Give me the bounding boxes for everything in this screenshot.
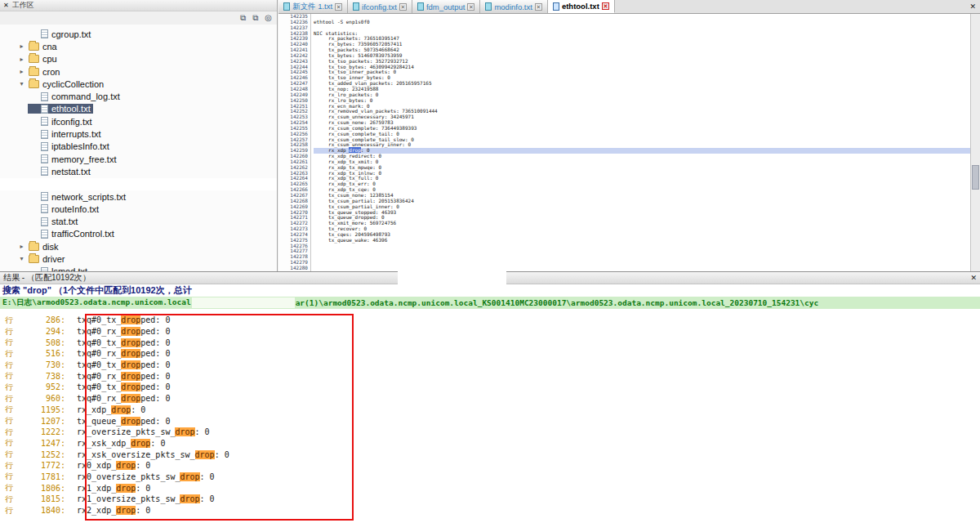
match-highlight: drop xyxy=(121,417,140,426)
search-result-row[interactable]: 行1781:rx0_oversize_pkts_sw_drop: 0 xyxy=(0,472,980,483)
tree-file-item[interactable]: iptablesInfo.txt xyxy=(0,141,277,153)
search-result-row[interactable]: 行516:txq#0_rx_dropped: 0 xyxy=(0,348,980,360)
search-result-row[interactable]: 行952:txq#0_tx_dropped: 0 xyxy=(0,382,980,393)
notepad-window: ✕ 工作区 ⧉⧉◎ cgroup.txt▸cna▸cpu▸cron▾cyclic… xyxy=(0,0,980,523)
search-result-row[interactable]: 行1815:rx1_oversize_pkts_sw_drop: 0 xyxy=(0,494,980,505)
tree-item-label: ifconfig.txt xyxy=(51,117,92,127)
result-match-text: txq#0_tx_dropped: 0 xyxy=(65,315,170,324)
match-highlight: drop xyxy=(180,494,199,503)
tree-folder-item[interactable]: ▸cna xyxy=(0,40,277,52)
results-close-icon[interactable]: ✕ xyxy=(970,274,977,282)
tree-folder-item[interactable]: ▸disk xyxy=(0,240,277,253)
editor-line xyxy=(314,254,970,260)
tree-folder-item[interactable]: ▸cpu xyxy=(0,53,277,65)
result-line-label: 行 xyxy=(0,505,13,516)
search-result-row[interactable]: 行1840:rx2_xdp_drop: 0 xyxy=(0,505,980,516)
search-result-row[interactable]: 行960:txq#0_rx_dropped: 0 xyxy=(0,393,980,405)
search-result-row[interactable]: 行1222:rx_oversize_pkts_sw_drop: 0 xyxy=(0,427,980,438)
result-match-text: rx0_oversize_pkts_sw_drop: 0 xyxy=(65,472,215,481)
tab-modinfo-txt[interactable]: modinfo.txt✕ xyxy=(480,0,547,13)
match-highlight: drop xyxy=(121,372,140,381)
result-match-text: txq#0_rx_dropped: 0 xyxy=(65,372,170,381)
search-result-row[interactable]: 行294:txq#0_rx_dropped: 0 xyxy=(0,326,980,337)
tree-folder-item[interactable]: ▾cyclicCollection xyxy=(0,78,277,90)
tree-file-item[interactable]: routeInfo.txt xyxy=(0,203,277,215)
locate-file-icon[interactable]: ◎ xyxy=(265,14,272,22)
chevron-right-icon[interactable]: ▸ xyxy=(18,56,25,63)
match-highlight: drop xyxy=(121,315,140,324)
tree-file-item[interactable]: interrupts.txt xyxy=(0,127,277,140)
tabbar-close-icon[interactable]: ✕ xyxy=(965,2,980,11)
tab-ethtool-txt[interactable]: ethtool.txt✕ xyxy=(548,0,615,13)
folder-icon xyxy=(29,255,39,263)
tree-folder-item[interactable]: ▾driver xyxy=(0,253,277,265)
result-match-text: rx_xdp_drop: 0 xyxy=(65,405,145,414)
editor-line: tx_xmit_more: 569724756 xyxy=(314,221,970,226)
redaction-box xyxy=(398,270,506,287)
tree-file-item[interactable]: lsmod.txt xyxy=(0,266,277,271)
tab-close-icon[interactable]: ✕ xyxy=(602,2,609,10)
expand-all-icon[interactable]: ⧉ xyxy=(252,14,258,22)
tab-close-icon[interactable]: ✕ xyxy=(467,3,474,11)
match-highlight: drop xyxy=(116,506,136,515)
editor-line: rx_xdp_redirect: 0 xyxy=(314,154,970,159)
tree-file-item[interactable]: netstat.txt xyxy=(0,165,277,177)
search-result-row[interactable]: 行1252:rx_xsk_oversize_pkts_sw_drop: 0 xyxy=(0,449,980,460)
search-result-row[interactable]: 行286:txq#0_tx_dropped: 0 xyxy=(0,315,980,326)
tab--1-txt[interactable]: 新文件 1.txt✕ xyxy=(278,0,348,13)
tree-file-item[interactable]: memory_free.txt xyxy=(0,153,277,165)
result-line-label: 行 xyxy=(0,360,13,371)
result-line-number: 952 xyxy=(13,382,60,391)
result-file-path[interactable]: E:\日志\armod0523.odata.ncmp.unicom.local … xyxy=(0,297,980,309)
editor-code[interactable]: ethtool -S enp1s0f0NIC statistics: rx_pa… xyxy=(311,14,970,271)
tab-close-icon[interactable]: ✕ xyxy=(335,3,342,11)
scrollbar-thumb[interactable] xyxy=(972,165,979,190)
editor-line: tx_packets: 507354668642 xyxy=(314,47,970,53)
search-result-row[interactable]: 行1772:rx0_xdp_drop: 0 xyxy=(0,460,980,472)
tab-close-icon[interactable]: ✕ xyxy=(399,3,407,11)
tab-label: ethtool.txt xyxy=(562,2,599,11)
tab-close-icon[interactable]: ✕ xyxy=(535,3,542,11)
chevron-down-icon[interactable]: ▾ xyxy=(18,255,25,262)
tab-fdm-output[interactable]: fdm_output✕ xyxy=(412,0,481,13)
tree-file-item[interactable]: cgroup.txt xyxy=(0,28,277,40)
chevron-right-icon[interactable]: ▸ xyxy=(18,68,25,75)
chevron-right-icon[interactable]: ▸ xyxy=(18,243,25,250)
tree-folder-item[interactable]: ▸cron xyxy=(0,65,277,78)
chevron-down-icon[interactable]: ▾ xyxy=(18,80,25,87)
match-highlight: drop xyxy=(121,327,140,336)
editor-vscrollbar[interactable] xyxy=(970,14,980,271)
search-result-row[interactable]: 行1806:rx1_xdp_drop: 0 xyxy=(0,482,980,494)
result-line-label: 行 xyxy=(0,337,13,348)
result-match-text: rx1_oversize_pkts_sw_drop: 0 xyxy=(65,494,215,503)
file-icon xyxy=(41,92,48,101)
editor-line: tx_queue_stopped: 46393 xyxy=(314,210,970,216)
tree-item-label: interrupts.txt xyxy=(51,129,101,139)
file-icon xyxy=(41,142,48,151)
tree-file-item[interactable]: stat.txt xyxy=(0,215,277,227)
tree-file-item[interactable]: ifconfig.txt xyxy=(0,115,277,127)
tree-file-item[interactable]: network_scripts.txt xyxy=(0,190,277,203)
tree-item-content: interrupts.txt xyxy=(28,129,104,139)
result-line-number: 730 xyxy=(13,360,60,369)
search-result-row[interactable]: 行1195:rx_xdp_drop: 0 xyxy=(0,405,980,416)
editor-line: ethtool -S enp1s0f0 xyxy=(314,20,970,25)
search-result-row[interactable]: 行738:txq#0_rx_dropped: 0 xyxy=(0,370,980,382)
collapse-all-icon[interactable]: ⧉ xyxy=(240,14,246,22)
tree-file-item[interactable]: command_log.txt xyxy=(0,90,277,102)
document-icon xyxy=(485,2,492,11)
chevron-right-icon[interactable]: ▸ xyxy=(18,42,25,50)
match-highlight: drop xyxy=(111,405,131,414)
search-result-row[interactable]: 行1207:tx_queue_dropped: 0 xyxy=(0,415,980,427)
workspace-close-icon[interactable]: ✕ xyxy=(3,2,9,9)
search-result-row[interactable]: 行730:txq#0_tx_dropped: 0 xyxy=(0,360,980,371)
result-line-label: 行 xyxy=(0,449,13,460)
search-result-row[interactable]: 行1247:rx_xsk_xdp_drop: 0 xyxy=(0,438,980,449)
search-result-row[interactable]: 行508:txq#0_tx_dropped: 0 xyxy=(0,337,980,348)
tree-item-label: iptablesInfo.txt xyxy=(51,141,109,151)
tree-file-item[interactable]: ethtool.txt xyxy=(0,103,277,115)
tree-file-item[interactable]: trafficControl.txt xyxy=(0,228,277,240)
editor[interactable]: 1422351422361422371422381422391422401422… xyxy=(278,14,970,271)
match-highlight: drop xyxy=(180,472,199,481)
tab-ifconfig-txt[interactable]: ifconfig.txt✕ xyxy=(348,0,412,13)
